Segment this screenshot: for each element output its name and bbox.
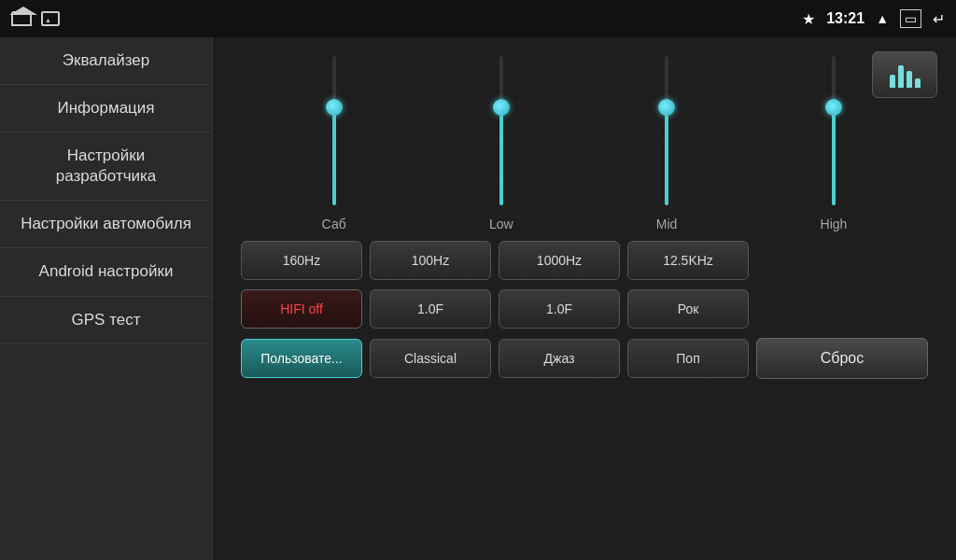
freq-buttons-row: 160Hz 100Hz 1000Hz 12.5KHz: [232, 241, 937, 280]
preset-btn-0[interactable]: Пользовате...: [241, 339, 362, 378]
sidebar-item-information[interactable]: Информация: [0, 85, 212, 133]
sidebar-item-dev-settings[interactable]: Настройки разработчика: [0, 133, 212, 201]
main-layout: Эквалайзер Информация Настройки разработ…: [0, 37, 956, 560]
sliders-row: Саб Low Mid: [232, 56, 937, 231]
slider-mid-track[interactable]: [665, 56, 668, 205]
eq-bars-icon: [890, 62, 921, 88]
bluetooth-icon: ★: [802, 10, 815, 28]
freq-btn-2[interactable]: 1000Hz: [499, 241, 620, 280]
status-left: [11, 11, 60, 26]
slider-sub: Саб: [322, 56, 346, 231]
status-right: ★ 13:21 ▲ ▭ ↵: [802, 9, 945, 28]
sidebar: Эквалайзер Информация Настройки разработ…: [0, 37, 213, 560]
filter-btn-3[interactable]: Рок: [627, 289, 749, 329]
freq-btn-0[interactable]: 160Hz: [241, 241, 362, 280]
sidebar-item-equalizer[interactable]: Эквалайзер: [0, 37, 212, 85]
slider-sub-label: Саб: [322, 217, 346, 231]
preset-btn-3[interactable]: Поп: [627, 339, 749, 378]
slider-sub-thumb[interactable]: [326, 99, 343, 116]
status-bar: ★ 13:21 ▲ ▭ ↵: [0, 0, 956, 37]
filter-btn-2[interactable]: 1.0F: [499, 289, 620, 329]
slider-high-thumb[interactable]: [825, 99, 842, 116]
slider-mid-label: Mid: [656, 217, 678, 231]
eq-icon-button[interactable]: [872, 51, 937, 98]
eq-bar-2: [898, 65, 904, 88]
up-arrow-icon: ▲: [876, 11, 889, 26]
slider-mid-thumb[interactable]: [658, 99, 675, 116]
sidebar-item-gps-test[interactable]: GPS тест: [0, 297, 212, 344]
filter-buttons-row: HIFI off 1.0F 1.0F Рок: [232, 289, 937, 329]
slider-mid: Mid: [656, 56, 678, 231]
reset-button[interactable]: Сброс: [756, 338, 928, 379]
filter-btn-1[interactable]: 1.0F: [370, 289, 491, 329]
sidebar-item-android-settings[interactable]: Android настройки: [0, 248, 212, 296]
freq-btn-3[interactable]: 12.5KHz: [627, 241, 749, 280]
slider-low-fill: [499, 112, 503, 205]
image-icon: [41, 11, 60, 26]
filter-btn-hifi[interactable]: HIFI off: [241, 289, 362, 329]
back-icon[interactable]: ↵: [933, 10, 945, 28]
home-icon: [11, 11, 32, 26]
freq-btn-1[interactable]: 100Hz: [370, 241, 491, 280]
slider-high-track[interactable]: [832, 56, 836, 205]
slider-low-thumb[interactable]: [493, 99, 510, 116]
slider-mid-fill: [665, 112, 668, 205]
slider-low-track[interactable]: [499, 56, 503, 205]
eq-bar-4: [915, 78, 921, 88]
slider-high-fill: [832, 112, 836, 205]
slider-high: High: [821, 56, 848, 231]
preset-row: Пользовате... Classical Джаз Поп Сброс: [232, 338, 937, 379]
slider-sub-track[interactable]: [332, 56, 336, 205]
slider-high-label: High: [821, 217, 848, 231]
window-icon: ▭: [900, 9, 921, 28]
eq-bar-1: [890, 75, 895, 88]
equalizer-content: Саб Low Mid: [213, 37, 956, 560]
preset-btn-2[interactable]: Джаз: [499, 339, 620, 378]
slider-low: Low: [489, 56, 513, 231]
eq-bar-3: [907, 71, 912, 88]
slider-sub-fill: [332, 112, 336, 205]
slider-low-label: Low: [489, 217, 513, 231]
sidebar-item-car-settings[interactable]: Настройки автомобиля: [0, 201, 212, 248]
preset-btn-1[interactable]: Classical: [370, 339, 491, 378]
time-display: 13:21: [826, 10, 865, 27]
